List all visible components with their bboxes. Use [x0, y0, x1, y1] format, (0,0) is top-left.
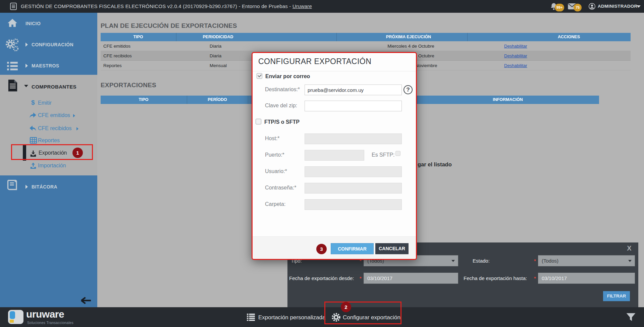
cell-proxima: Miercoles 4 de Octubre [387, 41, 434, 51]
required-mark: * [360, 275, 362, 281]
enviar-por-correo-checkbox[interactable] [257, 73, 262, 79]
host-label: Host:* [265, 135, 280, 142]
enviar-por-correo-label: Enviar por correo [265, 73, 310, 79]
deshabilitar-link[interactable]: Deshabilitar [504, 61, 527, 70]
document-icon [7, 79, 19, 92]
required-mark: * [534, 258, 536, 264]
list-icon [6, 60, 19, 72]
carpeta-input [305, 199, 402, 210]
column-header-tipo: TIPO [133, 33, 143, 41]
annotation-badge-step1: 1 [72, 148, 83, 158]
uruware-link[interactable]: Uruware [292, 3, 312, 9]
sidebar-item-label: CONFIGURACIÓN [32, 42, 73, 47]
fecha-desde-input[interactable]: 03/10/2017 [364, 273, 458, 284]
carpeta-label: Carpeta: [265, 201, 285, 207]
sidebar-item-label: Emitir [38, 100, 52, 106]
cell-periodicidad: Diaria [210, 51, 221, 61]
cell-tipo: Reportes [103, 61, 122, 70]
list-icon [247, 313, 255, 321]
host-input [305, 133, 402, 144]
required-mark: * [534, 275, 536, 281]
es-sftp-label: Es SFTP: [372, 152, 394, 158]
plan-table-header: TIPO PERIODICIDAD PRÓXIMA EJECUCIÓN ACCI… [101, 33, 631, 41]
exportacion-personalizada-button[interactable]: Exportación personalizada [258, 314, 325, 321]
usuario-label: Usuario:* [265, 168, 287, 174]
fecha-hasta-input[interactable]: 03/10/2017 [538, 273, 635, 284]
exportaciones-section-title: EXPORTACIONES [101, 81, 156, 89]
fecha-desde-label: Fecha de exportación desde: [289, 275, 354, 281]
estado-filter-value: (Todos) [542, 256, 558, 266]
sidebar-item-label: BITÁCORA [32, 184, 57, 189]
notifications-count-badge: 99+ [555, 4, 564, 11]
collapse-sidebar-arrow-icon[interactable] [80, 296, 92, 305]
cell-tipo: CFE recibidos [103, 51, 132, 61]
modal-footer: 3 CONFIRMAR CANCELAR [253, 237, 416, 259]
annotation-badge-step2: 2 [341, 302, 351, 312]
brand-name: uruware [26, 309, 64, 320]
upload-icon [30, 162, 37, 169]
help-icon[interactable]: ? [404, 85, 413, 94]
destinatarios-input[interactable] [305, 85, 402, 95]
ftp-sftp-label: FTP/S o SFTP [264, 119, 300, 125]
top-bar: GESTIÓN DE COMPROBANTES FISCALES ELECTRÓ… [0, 0, 644, 13]
expand-caret-icon [25, 64, 28, 68]
select-caret-icon [628, 260, 632, 262]
app-window: GESTIÓN DE COMPROBANTES FISCALES ELECTRÓ… [0, 0, 644, 327]
fecha-hasta-value: 03/10/2017 [542, 273, 567, 283]
column-header-proxima-ejecucion: PRÓXIMA EJECUCIÓN [386, 33, 431, 41]
submenu-caret-icon [76, 127, 78, 130]
estado-filter-select[interactable]: (Todos) [538, 255, 635, 266]
modal-title: CONFIGURAR EXPORTACIÓN [258, 57, 371, 66]
cell-periodicidad: Mensual [210, 61, 227, 70]
sidebar-group-comprobantes: COMPROBANTES $ Emitir CFE emitidos CFE r… [0, 75, 97, 175]
filter-funnel-icon[interactable] [625, 312, 637, 323]
submenu-caret-icon [73, 114, 75, 117]
deshabilitar-link[interactable]: Deshabilitar [504, 51, 527, 61]
app-title: GESTIÓN DE COMPROBANTES FISCALES ELECTRÓ… [21, 0, 312, 13]
puerto-label: Puerto:* [265, 152, 284, 158]
empty-list-message-truncated: gar el listado [418, 161, 452, 168]
app-logo-icon [9, 2, 17, 10]
user-menu-caret-icon[interactable] [637, 5, 641, 8]
fecha-desde-value: 03/10/2017 [367, 273, 392, 283]
app-title-text: GESTIÓN DE COMPROBANTES FISCALES ELECTRÓ… [21, 3, 292, 9]
ftp-sftp-checkbox[interactable] [256, 119, 261, 124]
clave-zip-input[interactable] [305, 101, 402, 111]
column-header-informacion: INFORMACIÓN [493, 96, 523, 104]
sidebar: INICIO CONFIGURACIÓN MAESTROS [0, 13, 97, 307]
column-header-periodicidad: PERIODICIDAD [203, 33, 233, 41]
confirmar-button[interactable]: CONFIRMAR [331, 243, 374, 254]
contrasena-input [305, 183, 402, 194]
messages-count-badge: 75 [574, 4, 582, 11]
sidebar-item-label: MAESTROS [32, 63, 59, 68]
sidebar-item-label: CFE emitidos [38, 112, 70, 118]
annotation-badge-step3: 3 [316, 244, 327, 254]
brand-tagline: Soluciones Transaccionales [27, 321, 73, 325]
configurar-exportacion-modal: CONFIGURAR EXPORTACIÓN Enviar por correo… [252, 52, 417, 260]
user-avatar-icon[interactable] [588, 3, 596, 10]
cell-tipo: CFE emitidos [103, 41, 130, 51]
reply-arrow-icon [29, 124, 37, 132]
close-icon[interactable]: X [625, 244, 634, 252]
user-menu[interactable]: ADMINISTRADOR [598, 0, 638, 13]
uruware-logo-icon [8, 310, 23, 324]
book-icon [5, 178, 19, 193]
cancelar-button[interactable]: CANCELAR [375, 243, 409, 254]
destinatarios-label: Destinatarios:* [265, 87, 300, 93]
filtrar-button[interactable]: FILTRAR [603, 291, 630, 301]
sidebar-item-label: CFE recibidos [38, 125, 71, 131]
contrasena-label: Contraseña:* [265, 185, 296, 191]
footer-bar: uruware Soluciones Transaccionales Expor… [0, 307, 644, 327]
puerto-input [305, 150, 364, 161]
collapse-caret-icon [24, 85, 28, 87]
column-header-acciones: ACCIONES [558, 33, 580, 41]
column-header-tipo: TIPO [139, 96, 148, 104]
sidebar-item-label: Importación [38, 163, 66, 169]
select-caret-icon [451, 260, 455, 262]
deshabilitar-link[interactable]: Deshabilitar [504, 41, 527, 51]
share-arrow-icon [29, 111, 37, 119]
gears-icon [5, 38, 19, 52]
usuario-input [305, 166, 402, 177]
sidebar-item-label: INICIO [25, 21, 41, 26]
estado-filter-label: Estado: [473, 258, 490, 264]
